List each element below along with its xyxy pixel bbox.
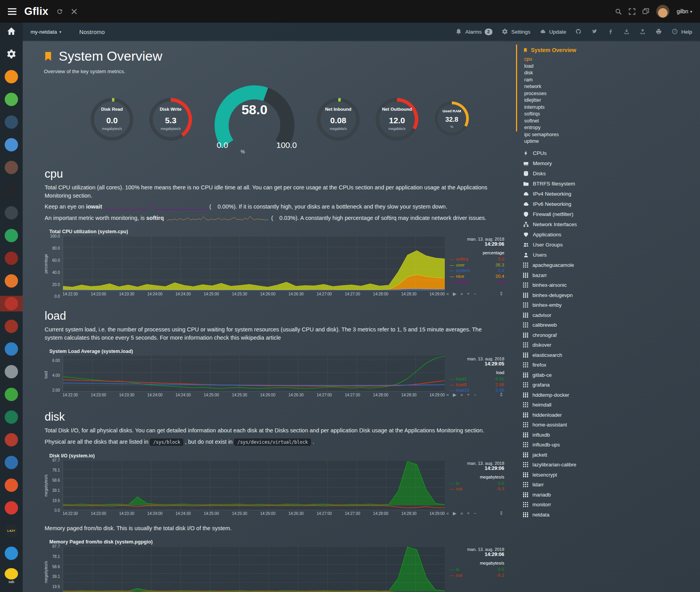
legend-row-out[interactable]: —out-5.2 bbox=[449, 572, 504, 578]
tab-switcher-icon[interactable] bbox=[642, 8, 649, 15]
nav-subitem-entropy[interactable]: entropy bbox=[524, 125, 700, 130]
nav-subitem-disk[interactable]: disk bbox=[524, 70, 700, 76]
zoom-in-button[interactable]: + bbox=[467, 291, 470, 297]
legend-row-user[interactable]: —user35.3 bbox=[449, 262, 504, 268]
github-button[interactable] bbox=[576, 29, 582, 35]
nav-app-cadvisor[interactable]: cadvisor bbox=[523, 312, 700, 318]
legend-row-nice[interactable]: —nice20.4 bbox=[449, 274, 504, 279]
nav-app-mariadb[interactable]: mariadb bbox=[523, 492, 700, 498]
nav-section-network-interfaces[interactable]: Network Interfaces bbox=[523, 221, 700, 227]
nav-subitem-load[interactable]: load bbox=[524, 63, 700, 69]
nav-subitem-interrupts[interactable]: interrupts bbox=[524, 104, 700, 110]
nav-section-applications[interactable]: Applications bbox=[523, 232, 700, 238]
zoom-in-button[interactable]: + bbox=[467, 392, 470, 398]
nav-app-grafana[interactable]: grafana bbox=[523, 382, 700, 388]
chart-resize-handle[interactable]: ⇕ bbox=[499, 510, 503, 516]
chart-resize-handle[interactable]: ⇕ bbox=[499, 291, 503, 297]
update-button[interactable]: Update bbox=[540, 29, 566, 35]
nav-app-hiddenloader[interactable]: hiddenloader bbox=[523, 412, 700, 418]
nav-app-hddtemp-docker[interactable]: hddtemp-docker bbox=[523, 392, 700, 398]
rail-app-home[interactable] bbox=[0, 23, 23, 39]
nav-app-binhex-airsonic[interactable]: binhex-airsonic bbox=[523, 282, 700, 288]
nav-app-bazarr[interactable]: bazarr bbox=[523, 272, 700, 278]
rail-app-unifi[interactable] bbox=[0, 364, 23, 380]
rail-app-jackett[interactable] bbox=[0, 160, 23, 175]
pan-forward-button[interactable]: » bbox=[460, 392, 463, 398]
rail-app-portainer[interactable] bbox=[0, 455, 23, 470]
nav-app-calibreweb[interactable]: calibreweb bbox=[523, 322, 700, 328]
nav-app-firefox[interactable]: firefox bbox=[523, 362, 700, 368]
zoom-in-button[interactable]: + bbox=[467, 511, 470, 516]
nav-app-gitlab-ce[interactable]: gitlab-ce bbox=[523, 372, 700, 378]
rail-app-netdata-app[interactable] bbox=[0, 409, 23, 425]
rail-app-unraid[interactable] bbox=[0, 387, 23, 402]
pan-backward-button[interactable]: « bbox=[446, 392, 449, 398]
nav-subitem-processes[interactable]: processes bbox=[524, 91, 700, 96]
pan-backward-button[interactable]: « bbox=[446, 291, 449, 297]
legend-row-load1[interactable]: —load16.51 bbox=[449, 376, 504, 382]
nav-section-users[interactable]: Users bbox=[523, 252, 700, 258]
rail-app-deluge[interactable] bbox=[0, 341, 23, 357]
gauge-net-inbound[interactable]: Net Inbound 0.08 megabits/s bbox=[314, 94, 363, 142]
rail-app-sabnzbd[interactable]: sab bbox=[0, 568, 23, 584]
legend-row-out[interactable]: —out-5.3 bbox=[449, 486, 504, 492]
nav-section-btrfs-filesystem[interactable]: BTRFS filesystem bbox=[523, 181, 700, 187]
rail-app-airsonic[interactable] bbox=[0, 137, 23, 153]
zoom-out-button[interactable]: − bbox=[474, 511, 476, 516]
rail-app-radarr[interactable] bbox=[0, 250, 23, 266]
nav-app-diskover[interactable]: diskover bbox=[523, 342, 700, 348]
plot-area[interactable] bbox=[63, 460, 445, 510]
nav-subitem-ram[interactable]: ram bbox=[524, 77, 700, 83]
rail-app-nextcloud[interactable] bbox=[0, 545, 23, 561]
play-button[interactable]: ▶ bbox=[453, 511, 456, 516]
alarms-button[interactable]: Alarms 2 bbox=[456, 29, 492, 35]
server-dropdown[interactable]: my-netdata ▾ bbox=[31, 29, 61, 35]
rail-app-settings[interactable] bbox=[0, 46, 23, 62]
rail-app-pihole[interactable] bbox=[0, 296, 23, 311]
nav-app-elasticsearch[interactable]: elasticsearch bbox=[523, 352, 700, 358]
play-button[interactable]: ▶ bbox=[453, 392, 456, 398]
nav-subitem-idlejitter[interactable]: idlejitter bbox=[524, 97, 700, 103]
zoom-out-button[interactable]: − bbox=[474, 291, 476, 297]
refresh-icon[interactable] bbox=[56, 8, 63, 15]
nav-app-apacheguacamole[interactable]: apacheguacamole bbox=[523, 262, 700, 268]
chart-resize-handle[interactable]: ⇕ bbox=[499, 392, 503, 398]
rail-app-tautulli[interactable] bbox=[0, 205, 23, 221]
plot-area[interactable] bbox=[63, 546, 445, 592]
rail-app-plex[interactable] bbox=[0, 182, 23, 198]
nav-subitem-network[interactable]: network bbox=[524, 84, 700, 89]
nav-app-letsencrypt[interactable]: letsencrypt bbox=[523, 472, 700, 478]
legend-row-load5[interactable]: —load52.68 bbox=[449, 382, 504, 388]
rail-app-docker[interactable] bbox=[0, 114, 23, 130]
nav-app-binhex-emby[interactable]: binhex-emby bbox=[523, 302, 700, 308]
search-icon[interactable] bbox=[615, 8, 622, 15]
nav-app-influxdb-ups[interactable]: influxdb-ups bbox=[523, 442, 700, 448]
nav-section-user-groups[interactable]: User Groups bbox=[523, 242, 700, 248]
plot-area[interactable] bbox=[63, 236, 445, 291]
nav-app-influxdb[interactable]: influxdb bbox=[523, 432, 700, 438]
rail-app-downloader[interactable] bbox=[0, 500, 23, 516]
legend-row-iowait[interactable]: —iowait0.0 bbox=[449, 279, 504, 285]
facebook-button[interactable] bbox=[608, 29, 614, 35]
legend-row-in[interactable]: —in0.0 bbox=[449, 567, 504, 572]
nav-section-ipv4-networking[interactable]: IPv4 Networking bbox=[523, 191, 700, 197]
nav-app-jackett[interactable]: jackett bbox=[523, 452, 700, 458]
print-button[interactable] bbox=[656, 29, 662, 35]
rail-app-gitlab[interactable] bbox=[0, 477, 23, 493]
rail-app-ombi[interactable] bbox=[0, 228, 23, 243]
menu-icon[interactable] bbox=[8, 8, 16, 15]
avatar[interactable] bbox=[656, 5, 669, 18]
legend-row-system[interactable]: —system2.3 bbox=[449, 268, 504, 274]
rail-app-lazylibrarian[interactable]: LAZY bbox=[0, 523, 23, 538]
gauge-disk-write[interactable]: Disk Write 5.3 megabytes/s bbox=[146, 94, 195, 142]
play-button[interactable]: ▶ bbox=[453, 291, 456, 297]
pan-backward-button[interactable]: « bbox=[446, 511, 449, 516]
import-button[interactable] bbox=[624, 29, 630, 35]
gauge-net-outbound[interactable]: Net Outbound 12.0 megabits/s bbox=[373, 94, 421, 142]
nav-section-disks[interactable]: Disks bbox=[523, 171, 700, 176]
plot-area[interactable] bbox=[63, 356, 445, 392]
help-button[interactable]: ? Help bbox=[672, 29, 692, 35]
gauge-cpu[interactable]: CPU 58.0 0.0 100.0 % bbox=[205, 81, 304, 154]
nav-section-memory[interactable]: Memory bbox=[523, 160, 700, 166]
close-icon[interactable] bbox=[71, 8, 78, 15]
